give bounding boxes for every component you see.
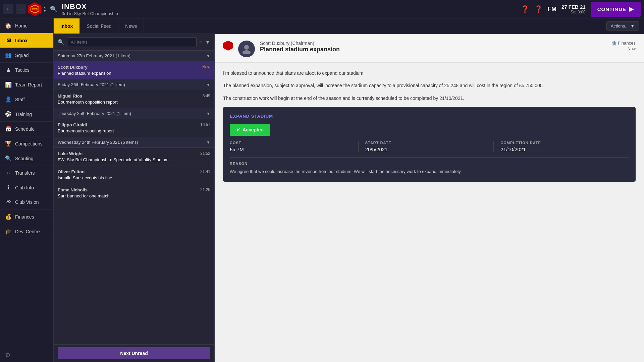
- message-para-1: I'm pleased to announce that plans are a…: [223, 69, 636, 77]
- sidebar-settings-icon[interactable]: ⚙: [0, 348, 53, 362]
- day-group-thu25-label: Thursday 25th February 2021 (1 item): [58, 111, 131, 116]
- continue-arrow-icon: ▶: [629, 5, 634, 13]
- list-filter-button[interactable]: ▼: [205, 39, 210, 45]
- day-group-wed24-chevron-icon: ▼: [206, 140, 210, 145]
- message-item-6[interactable]: Esme Nicholls 21:25 Sarr banned for one …: [54, 184, 214, 202]
- completion-value: 21/10/2021: [500, 146, 622, 152]
- tab-news-label: News: [125, 23, 137, 29]
- sidebar-label-dev-centre: Dev. Centre: [15, 229, 40, 234]
- tab-social-feed[interactable]: Social Feed: [80, 18, 118, 34]
- card-data-row: COST £5.7M START DATE 20/5/2021 COMPLETI…: [230, 141, 629, 152]
- sender-avatar: [238, 41, 255, 57]
- forward-button[interactable]: →: [16, 4, 26, 14]
- page-subtitle: 3rd in Sky Bet Championship: [62, 11, 118, 16]
- top-bar-right: ❓ ❓ FM 27 FEB 21 Sat 0:00 CONTINUE ▶: [521, 2, 641, 17]
- msg-header-2: Miguel Rios 8:49: [58, 94, 210, 99]
- date-block: 27 FEB 21 Sat 0:00: [561, 4, 586, 14]
- message-item-4[interactable]: Luke Wright 21:52 FW: Sky Bet Championsh…: [54, 148, 214, 166]
- message-item-3[interactable]: Filippo Giraldi 16:57 Bournemouth scouti…: [54, 119, 214, 137]
- card-col-cost: COST £5.7M: [230, 141, 359, 152]
- day-group-fri26[interactable]: Friday 26th February 2021 (1 item) ▼: [54, 79, 214, 90]
- tabs-row: Inbox Social Feed News: [54, 18, 144, 34]
- msg-time-1: Now: [202, 65, 210, 70]
- message-item-5[interactable]: Oliver Fulton 21:41 Ismaila Sarr accepts…: [54, 166, 214, 184]
- continue-button[interactable]: CONTINUE ▶: [591, 2, 641, 17]
- sidebar-item-club-vision[interactable]: 👁 Club Vision: [0, 195, 53, 209]
- msg-sender-3: Filippo Giraldi: [58, 122, 87, 127]
- message-header-info: Scott Duxbury (Chairman) Planned stadium…: [260, 41, 606, 53]
- accepted-label: Accepted: [243, 127, 264, 132]
- tab-social-feed-label: Social Feed: [87, 23, 111, 29]
- sidebar-item-transfers[interactable]: ↔ Transfers: [0, 166, 53, 180]
- sidebar-item-home[interactable]: 🏠 Home: [0, 18, 53, 33]
- inbox-search-input[interactable]: [67, 37, 197, 47]
- schedule-icon: 📅: [5, 126, 12, 132]
- day-group-wed24[interactable]: Wednesday 24th February 2021 (6 items) ▼: [54, 137, 214, 148]
- msg-subject-1: Planned stadium expansion: [58, 71, 210, 76]
- message-body: I'm pleased to announce that plans are a…: [215, 63, 644, 362]
- club-logo: WFC ▲ ▼: [29, 1, 46, 17]
- sidebar-item-squad[interactable]: 👥 Squad: [0, 48, 53, 63]
- actions-dropdown-button[interactable]: Actions... ▼: [606, 21, 639, 31]
- club-nav-arrows[interactable]: ▲ ▼: [43, 6, 47, 13]
- sidebar-item-tactics[interactable]: ♟ Tactics: [0, 63, 53, 77]
- club-vision-icon: 👁: [5, 199, 12, 205]
- time-display: Sat 0:00: [571, 10, 586, 14]
- start-value: 20/5/2021: [365, 146, 487, 152]
- svg-point-2: [244, 45, 249, 50]
- list-view-button[interactable]: ≡: [199, 39, 202, 45]
- dev-centre-icon: 🎓: [5, 228, 12, 235]
- day-group-thu25[interactable]: Thursday 25th February 2021 (1 item) ▼: [54, 108, 214, 119]
- split-panel: 🔍 ≡ ▼ Saturday 27th February 2021 (1 ite…: [54, 34, 644, 362]
- start-label: START DATE: [365, 141, 487, 145]
- next-unread-button[interactable]: Next Unread: [58, 347, 210, 359]
- training-icon: ⚽: [5, 111, 12, 117]
- msg-time-3: 16:57: [200, 122, 210, 127]
- sidebar-item-training[interactable]: ⚽ Training: [0, 107, 53, 122]
- sidebar-item-dev-centre[interactable]: 🎓 Dev. Centre: [0, 224, 53, 239]
- sidebar-item-finances[interactable]: 💰 Finances: [0, 209, 53, 224]
- message-item-1[interactable]: Scott Duxbury Now Planned stadium expans…: [54, 61, 214, 79]
- msg-sender-2: Miguel Rios: [58, 94, 82, 99]
- inbox-scroll[interactable]: Saturday 27th February 2021 (1 item) ▼ S…: [54, 51, 214, 344]
- sidebar-item-club-info[interactable]: ℹ Club Info: [0, 180, 53, 195]
- top-bar: ← → WFC ▲ ▼ 🔍 INBOX 3rd in Sky Bet Champ…: [0, 0, 644, 18]
- sidebar-item-inbox[interactable]: ✉ Inbox: [0, 33, 53, 48]
- message-header-actions: 🏦 Finances Now: [611, 41, 636, 51]
- msg-sender-6: Esme Nicholls: [58, 187, 88, 192]
- sidebar-label-staff: Staff: [15, 97, 25, 102]
- sidebar-item-team-report[interactable]: 📊 Team Report: [0, 77, 53, 92]
- finances-link[interactable]: 🏦 Finances: [611, 41, 636, 46]
- msg-time-2: 8:49: [203, 94, 210, 99]
- sidebar-item-staff[interactable]: 👤 Staff: [0, 92, 53, 107]
- inbox-icon: ✉: [5, 37, 12, 44]
- sidebar-label-scouting: Scouting: [15, 156, 33, 161]
- sidebar-item-scouting[interactable]: 🔍 Scouting: [0, 151, 53, 166]
- sidebar-item-competitions[interactable]: 🏆 Competitions: [0, 136, 53, 151]
- search-icon[interactable]: 🔍: [50, 5, 57, 13]
- staff-icon: 👤: [5, 96, 12, 103]
- sidebar-item-schedule[interactable]: 📅 Schedule: [0, 122, 53, 136]
- message-para-2: The planned expansion, subject to approv…: [223, 82, 636, 89]
- back-button[interactable]: ←: [3, 4, 13, 14]
- page-title-area: INBOX 3rd in Sky Bet Championship: [62, 2, 118, 16]
- accepted-button[interactable]: ✔ Accepted: [230, 124, 270, 136]
- sidebar-label-squad: Squad: [15, 53, 29, 58]
- tab-inbox[interactable]: Inbox: [54, 18, 80, 34]
- msg-sender-1: Scott Duxbury: [58, 65, 88, 70]
- msg-header-6: Esme Nicholls 21:25: [58, 187, 210, 192]
- cost-label: COST: [230, 141, 352, 145]
- question-icon[interactable]: ❓: [534, 5, 543, 13]
- day-group-sat27[interactable]: Saturday 27th February 2021 (1 item) ▼: [54, 51, 214, 61]
- tab-news[interactable]: News: [118, 18, 144, 34]
- reason-text: We agree that we could increase the reve…: [230, 168, 629, 175]
- squad-icon: 👥: [5, 52, 12, 58]
- msg-header-3: Filippo Giraldi 16:57: [58, 122, 210, 127]
- sidebar-label-transfers: Transfers: [15, 170, 35, 176]
- help-circle-icon[interactable]: ❓: [521, 5, 529, 13]
- expand-stadium-card: EXPAND STADIUM ✔ Accepted COST £5.7M: [223, 107, 636, 182]
- message-item-2[interactable]: Miguel Rios 8:49 Bournemouth opposition …: [54, 90, 214, 108]
- club-badge: WFC: [28, 2, 42, 16]
- main-layout: 🏠 Home ✉ Inbox 👥 Squad ♟ Tactics 📊 Team …: [0, 18, 644, 362]
- expand-card-title: EXPAND STADIUM: [230, 114, 629, 119]
